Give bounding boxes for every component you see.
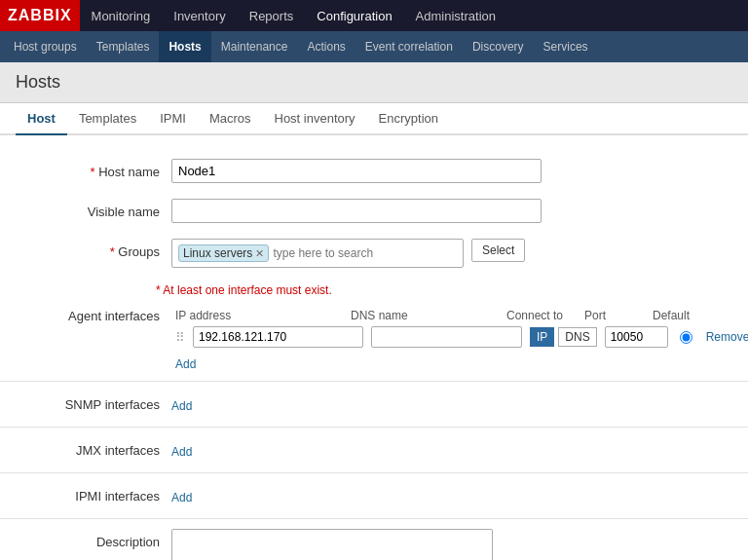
agent-interfaces-inner: IP address DNS name Connect to Port Defa… bbox=[171, 309, 748, 371]
nav-discovery[interactable]: Discovery bbox=[463, 31, 534, 62]
nav-actions[interactable]: Actions bbox=[297, 31, 355, 62]
connect-dns-button[interactable]: DNS bbox=[558, 327, 596, 347]
description-label: Description bbox=[16, 529, 171, 560]
page-title-bar: Hosts bbox=[0, 62, 748, 103]
groups-field: Linux servers ✕ Select bbox=[171, 239, 732, 268]
group-tag-label: Linux servers bbox=[183, 246, 252, 260]
nav-configuration[interactable]: Configuration bbox=[305, 0, 403, 31]
agent-interfaces-label: Agent interfaces bbox=[16, 309, 171, 371]
visible-name-label: Visible name bbox=[16, 199, 171, 223]
agent-interface-item: ⠿ IP DNS Remove bbox=[175, 326, 748, 348]
description-field bbox=[171, 529, 732, 560]
nav-templates[interactable]: Templates bbox=[87, 31, 160, 62]
drag-handle-icon[interactable]: ⠿ bbox=[175, 330, 185, 345]
jmx-add-link[interactable]: Add bbox=[171, 445, 192, 459]
top-nav-items: Monitoring Inventory Reports Configurati… bbox=[80, 0, 507, 31]
col-ip-header: IP address bbox=[175, 309, 351, 322]
tab-ipmi[interactable]: IPMI bbox=[148, 103, 198, 135]
col-connect-header: Connect to bbox=[506, 309, 584, 322]
nav-inventory[interactable]: Inventory bbox=[162, 0, 237, 31]
tab-encryption[interactable]: Encryption bbox=[367, 103, 450, 135]
tab-bar: Host Templates IPMI Macros Host inventor… bbox=[0, 103, 748, 135]
nav-reports[interactable]: Reports bbox=[238, 0, 306, 31]
jmx-interfaces-label: JMX interfaces bbox=[16, 443, 171, 458]
agent-default-radio[interactable] bbox=[680, 331, 692, 344]
agent-add-container: Add bbox=[175, 354, 748, 371]
groups-label: Groups bbox=[16, 239, 171, 268]
host-name-row: Host name bbox=[0, 155, 748, 187]
snmp-interfaces-label: SNMP interfaces bbox=[16, 397, 171, 412]
nav-hosts[interactable]: Hosts bbox=[159, 31, 210, 62]
agent-interfaces-header: IP address DNS name Connect to Port Defa… bbox=[175, 309, 748, 322]
main-content: Host name Visible name Groups Linux serv… bbox=[0, 135, 748, 560]
agent-remove-link[interactable]: Remove bbox=[706, 330, 748, 344]
visible-name-row: Visible name bbox=[0, 195, 748, 227]
agent-interfaces-row: Agent interfaces IP address DNS name Con… bbox=[16, 309, 732, 371]
col-port-header: Port bbox=[584, 309, 653, 322]
group-tag-remove-icon[interactable]: ✕ bbox=[255, 247, 264, 260]
snmp-interfaces-row: SNMP interfaces Add bbox=[0, 388, 748, 421]
agent-dns-input[interactable] bbox=[371, 326, 522, 348]
connect-ip-button[interactable]: IP bbox=[530, 327, 554, 347]
agent-ip-input[interactable] bbox=[193, 326, 363, 348]
group-tag-linux-servers: Linux servers ✕ bbox=[178, 244, 269, 262]
second-nav: Host groups Templates Hosts Maintenance … bbox=[0, 31, 748, 62]
description-textarea[interactable] bbox=[171, 529, 493, 560]
tab-macros[interactable]: Macros bbox=[198, 103, 263, 135]
agent-add-link[interactable]: Add bbox=[175, 357, 196, 371]
jmx-interfaces-row: JMX interfaces Add bbox=[0, 433, 748, 467]
nav-administration[interactable]: Administration bbox=[404, 0, 507, 31]
select-button[interactable]: Select bbox=[471, 239, 525, 262]
col-default-header: Default bbox=[653, 309, 730, 322]
nav-maintenance[interactable]: Maintenance bbox=[211, 31, 298, 62]
snmp-add-link[interactable]: Add bbox=[171, 399, 192, 413]
ipmi-interfaces-row: IPMI interfaces Add bbox=[0, 479, 748, 512]
agent-port-input[interactable] bbox=[605, 326, 668, 348]
top-nav: ZABBIX Monitoring Inventory Reports Conf… bbox=[0, 0, 748, 31]
host-name-label: Host name bbox=[16, 159, 171, 183]
logo-text: ZABBIX bbox=[8, 7, 72, 24]
logo[interactable]: ZABBIX bbox=[0, 0, 80, 31]
groups-box[interactable]: Linux servers ✕ bbox=[171, 239, 464, 268]
page-title: Hosts bbox=[16, 72, 732, 93]
visible-name-field bbox=[171, 199, 732, 223]
tab-host-inventory[interactable]: Host inventory bbox=[263, 103, 367, 135]
description-row: Description bbox=[0, 525, 748, 560]
host-name-input[interactable] bbox=[171, 159, 542, 183]
nav-services[interactable]: Services bbox=[534, 31, 598, 62]
agent-interfaces-section: Agent interfaces IP address DNS name Con… bbox=[0, 305, 748, 375]
nav-monitoring[interactable]: Monitoring bbox=[80, 0, 163, 31]
col-dns-header: DNS name bbox=[351, 309, 506, 322]
groups-row: Groups Linux servers ✕ Select bbox=[0, 235, 748, 272]
visible-name-input[interactable] bbox=[171, 199, 542, 223]
ipmi-interfaces-label: IPMI interfaces bbox=[16, 489, 171, 504]
nav-host-groups[interactable]: Host groups bbox=[4, 31, 87, 62]
warning-message: * At least one interface must exist. bbox=[0, 280, 748, 297]
tab-host[interactable]: Host bbox=[16, 103, 67, 135]
host-name-field bbox=[171, 159, 732, 183]
tab-templates[interactable]: Templates bbox=[67, 103, 148, 135]
groups-search-input[interactable] bbox=[273, 246, 419, 260]
nav-event-correlation[interactable]: Event correlation bbox=[355, 31, 463, 62]
ipmi-add-link[interactable]: Add bbox=[171, 491, 192, 504]
